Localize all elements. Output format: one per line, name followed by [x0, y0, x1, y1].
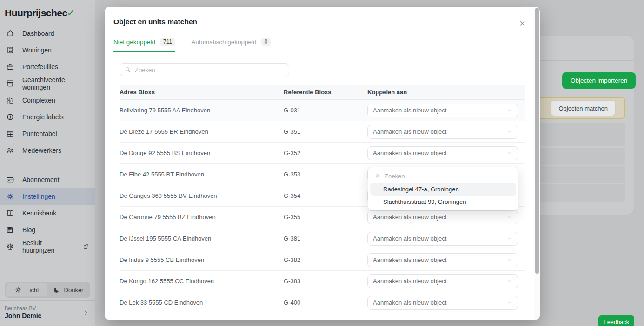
koppelen-select[interactable]: Aanmaken als nieuw object	[367, 210, 518, 224]
koppelen-select[interactable]: Aanmaken als nieuw object	[367, 274, 518, 288]
cell-reference: G-381	[284, 235, 367, 242]
feedback-button[interactable]: Feedback	[598, 315, 634, 326]
cell-reference: G-353	[284, 171, 367, 178]
modal-title: Object en units matchen	[105, 7, 540, 26]
koppelen-dropdown-panel: Radesingel 47-a, GroningenSlachthuisstra…	[368, 167, 518, 210]
table-header: Adres Bloxs Referentie Bloxs Koppelen aa…	[120, 85, 525, 100]
tab-automatisch-gekoppeld[interactable]: Automatisch gekoppeld 0	[191, 38, 271, 52]
table-row: De Lek 33 5555 CD EindhovenG-400Aanmaken…	[120, 292, 525, 313]
cell-address: De Dieze 17 5555 BR Eindhoven	[120, 128, 284, 135]
chevron-down-icon	[506, 214, 512, 220]
chevron-down-icon	[506, 257, 512, 263]
koppelen-select-value: Aanmaken als nieuw object	[373, 107, 446, 114]
tab-label: Niet gekoppeld	[113, 39, 155, 46]
table-row: De IJssel 195 5555 CA EindhovenG-381Aanm…	[120, 228, 525, 249]
chevron-down-icon	[506, 150, 512, 156]
cell-address: De Elbe 42 5555 BT Eindhoven	[120, 171, 284, 178]
modal-scrollbar-thumb[interactable]	[535, 8, 539, 274]
dropdown-options: Radesingel 47-a, GroningenSlachthuisstra…	[370, 183, 516, 208]
table-search[interactable]	[120, 63, 289, 76]
column-header-koppelen: Koppelen aan	[367, 89, 525, 96]
cell-address: De Donge 92 5555 BS Eindhoven	[120, 150, 284, 156]
cell-reference: G-382	[284, 256, 367, 263]
match-objects-modal: × Object en units matchen Niet gekoppeld…	[105, 7, 540, 320]
table-row: De Kongo 162 5555 CC EindhovenG-383Aanma…	[120, 271, 525, 292]
koppelen-select-value: Aanmaken als nieuw object	[373, 299, 446, 306]
koppelen-select[interactable]: Aanmaken als nieuw object	[367, 146, 518, 160]
cell-reference: G-352	[284, 150, 367, 156]
match-objects-button[interactable]: Objecten matchen	[551, 100, 616, 116]
chevron-down-icon	[506, 235, 512, 241]
koppelen-select-value: Aanmaken als nieuw object	[373, 128, 446, 135]
table-row: De Indus 9 5555 CB EindhovenG-382Aanmake…	[120, 249, 525, 271]
koppelen-select-value: Aanmaken als nieuw object	[373, 256, 446, 263]
dropdown-search[interactable]	[370, 169, 516, 183]
chevron-down-icon	[506, 107, 512, 113]
dropdown-option[interactable]: Slachthuisstraat 99, Groningen	[370, 196, 516, 208]
cell-address: De Garonne 79 5555 BZ Eindhoven	[120, 214, 284, 221]
modal-scrollbar[interactable]	[534, 7, 540, 320]
cell-reference: G-354	[284, 192, 367, 199]
dropdown-search-input[interactable]	[385, 173, 511, 180]
cell-reference: G-400	[284, 299, 367, 306]
cell-reference: G-355	[284, 214, 367, 221]
cell-address: De Ganges 369 5555 BV Eindhoven	[120, 192, 284, 199]
column-header-referentie: Referentie Bloxs	[284, 89, 367, 96]
chevron-down-icon	[506, 300, 512, 306]
tab-count-badge: 0	[261, 38, 271, 46]
search-icon	[125, 66, 131, 73]
close-icon[interactable]: ×	[519, 19, 525, 28]
table-row: De Dieze 17 5555 BR EindhovenG-351Aanmak…	[120, 121, 525, 143]
search-icon	[375, 173, 381, 179]
modal-tabs: Niet gekoppeld 711 Automatisch gekoppeld…	[105, 38, 540, 52]
dropdown-option[interactable]: Radesingel 47-a, Groningen	[370, 183, 516, 196]
cell-address: De IJssel 195 5555 CA Eindhoven	[120, 235, 284, 242]
tab-label: Automatisch gekoppeld	[191, 39, 256, 46]
cell-address: De Lek 33 5555 CD Eindhoven	[120, 299, 284, 306]
search-input[interactable]	[135, 66, 284, 73]
cell-address: Boliviaring 79 5555 AA Eindhoven	[120, 107, 284, 114]
cell-address: De Kongo 162 5555 CC Eindhoven	[120, 278, 284, 285]
koppelen-select-value: Aanmaken als nieuw object	[373, 278, 446, 285]
tab-niet-gekoppeld[interactable]: Niet gekoppeld 711	[113, 38, 175, 52]
table-row: De Donge 92 5555 BS EindhovenG-352Aanmak…	[120, 143, 525, 164]
koppelen-select-value: Aanmaken als nieuw object	[373, 150, 446, 156]
table-row: Boliviaring 79 5555 AA EindhovenG-031Aan…	[120, 100, 525, 121]
column-header-adres: Adres Bloxs	[120, 89, 284, 96]
koppelen-select[interactable]: Aanmaken als nieuw object	[367, 232, 518, 246]
koppelen-select[interactable]: Aanmaken als nieuw object	[367, 296, 518, 310]
tab-count-badge: 711	[160, 38, 175, 46]
koppelen-select-value: Aanmaken als nieuw object	[373, 235, 446, 242]
cell-address: De Indus 9 5555 CB Eindhoven	[120, 256, 284, 263]
koppelen-select-value: Aanmaken als nieuw object	[373, 214, 446, 221]
import-objects-button[interactable]: Objecten importeren	[562, 72, 636, 89]
cell-reference: G-383	[284, 278, 367, 285]
koppelen-select[interactable]: Aanmaken als nieuw object	[367, 253, 518, 267]
koppelen-select[interactable]: Aanmaken als nieuw object	[367, 125, 518, 139]
koppelen-select[interactable]: Aanmaken als nieuw object	[367, 104, 518, 117]
chevron-down-icon	[506, 129, 512, 135]
cell-reference: G-031	[284, 107, 367, 114]
cell-reference: G-351	[284, 128, 367, 135]
chevron-down-icon	[506, 278, 512, 284]
modal-body: Adres Bloxs Referentie Bloxs Koppelen aa…	[105, 52, 540, 313]
